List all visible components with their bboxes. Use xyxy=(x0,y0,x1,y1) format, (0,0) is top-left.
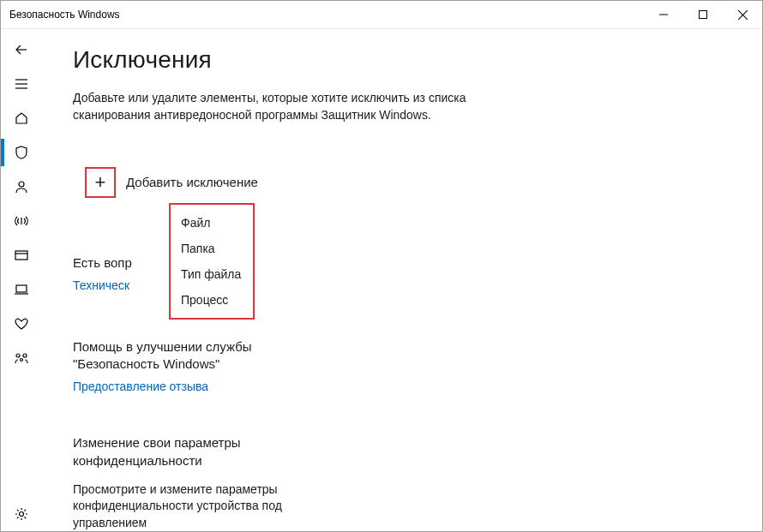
window-controls xyxy=(644,1,762,28)
hamburger-icon xyxy=(14,76,29,92)
add-exclusion-label: Добавить исключение xyxy=(126,175,258,189)
shield-icon xyxy=(14,145,29,160)
body: Исключения Добавьте или удалите элементы… xyxy=(1,28,762,531)
menu-item-file-type[interactable]: Тип файла xyxy=(174,261,249,287)
sidebar-item-virus[interactable] xyxy=(1,135,42,170)
add-exclusion-button[interactable]: + xyxy=(87,169,114,196)
svg-point-17 xyxy=(20,512,24,517)
section-feedback: Помощь в улучшении службы "Безопасность … xyxy=(73,338,330,394)
sidebar-item-settings[interactable] xyxy=(1,497,42,531)
page-title: Исключения xyxy=(73,46,731,74)
svg-point-15 xyxy=(23,354,27,357)
sidebar-item-home[interactable] xyxy=(1,101,42,135)
sidebar-item-device-security[interactable] xyxy=(1,272,42,307)
svg-point-14 xyxy=(16,354,20,357)
home-icon xyxy=(14,111,29,126)
svg-rect-12 xyxy=(16,285,27,292)
menu-item-folder[interactable]: Папка xyxy=(174,236,249,261)
sidebar-item-firewall[interactable] xyxy=(1,204,42,238)
window-title: Безопасность Windows xyxy=(9,9,120,21)
exclusion-type-menu: Файл Папка Тип файла Процесс xyxy=(171,205,253,318)
minimize-button[interactable] xyxy=(644,1,683,28)
app-browser-icon xyxy=(14,248,29,263)
content: Исключения Добавьте или удалите элементы… xyxy=(42,29,762,531)
family-icon xyxy=(14,350,29,366)
sidebar-item-app-browser[interactable] xyxy=(1,238,42,272)
titlebar: Безопасность Windows xyxy=(1,1,762,28)
section-privacy: Изменение свои параметры конфиденциально… xyxy=(73,434,330,531)
heart-icon xyxy=(14,316,29,332)
arrow-left-icon xyxy=(14,42,29,57)
add-exclusion-row: + Добавить исключение xyxy=(87,169,731,196)
feedback-heading: Помощь в улучшении службы "Безопасность … xyxy=(73,338,330,374)
sidebar-item-account[interactable] xyxy=(1,170,42,204)
close-button[interactable] xyxy=(723,1,762,28)
laptop-icon xyxy=(14,282,29,297)
gear-icon xyxy=(14,506,29,522)
sidebar xyxy=(1,29,42,531)
svg-rect-10 xyxy=(15,251,27,260)
plus-icon: + xyxy=(95,173,106,192)
privacy-para: Просмотрите и измените параметры конфиде… xyxy=(73,481,296,531)
feedback-link[interactable]: Предоставление отзыва xyxy=(73,380,330,393)
sidebar-item-family[interactable] xyxy=(1,341,42,375)
maximize-button[interactable] xyxy=(683,1,723,28)
sidebar-item-health[interactable] xyxy=(1,307,42,341)
privacy-heading: Изменение свои параметры конфиденциально… xyxy=(73,434,330,469)
menu-item-process[interactable]: Процесс xyxy=(174,287,249,313)
person-icon xyxy=(14,179,29,194)
wifi-icon xyxy=(14,213,29,229)
menu-item-file[interactable]: Файл xyxy=(174,210,249,236)
svg-rect-1 xyxy=(700,11,707,19)
svg-point-16 xyxy=(21,359,23,362)
back-button[interactable] xyxy=(1,33,42,67)
window: Безопасность Windows xyxy=(0,0,763,532)
hamburger-menu[interactable] xyxy=(1,67,42,101)
svg-point-8 xyxy=(19,182,24,187)
page-subtitle: Добавьте или удалите элементы, которые х… xyxy=(73,89,519,124)
